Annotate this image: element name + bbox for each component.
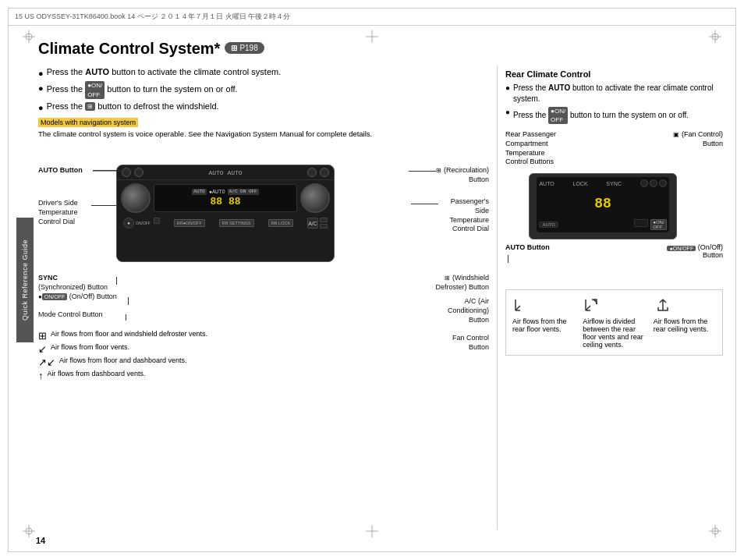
rear-label-passenger: Rear PassengerCompartmentTemperatureCont…	[505, 130, 556, 167]
diagram-area: AUTO AUTO AUTO	[38, 143, 489, 385]
rear-bullet-1: ● Press the AUTO button to activate the …	[505, 83, 723, 105]
rear-bullet-list: ● Press the AUTO button to activate the …	[505, 83, 723, 124]
bullet-item-2: ● Press the ●ON/OFF button to turn the s…	[38, 81, 489, 98]
label-recirculation: ⊞ (Recirculation)Button	[436, 166, 489, 184]
rear-mode-2: Airflow is divided between the rear floo…	[583, 296, 645, 349]
sidebar-tab: Quick Reference Guide	[16, 218, 34, 342]
left-dial	[121, 183, 151, 213]
label-drivers-side: Driver's SideTemperatureControl Dial	[38, 199, 78, 226]
label-ac: A/C (AirConditioning)Button	[448, 297, 489, 324]
right-panel: Rear Climate Control ● Press the AUTO bu…	[497, 66, 723, 530]
bullet-list: ● Press the AUTO button to activate the …	[38, 66, 489, 114]
bullet-item-3: ● Press the ⊞ button to defrost the wind…	[38, 101, 489, 114]
rear-mode-icons: Air flows from the rear floor vents. Air…	[505, 289, 723, 356]
rear-bullet-2: ● Press the ●ON/OFF button to turn the s…	[505, 107, 723, 124]
rear-section-title: Rear Climate Control	[505, 69, 723, 79]
label-mode: Mode Control Button	[38, 310, 103, 320]
page-number: 14	[36, 536, 45, 545]
rear-mode-1: Air flows from the rear floor vents.	[512, 296, 575, 349]
rear-label-onoff: ●ON/OFF (On/Off)Button	[667, 243, 723, 259]
label-sync: SYNC(Synchronized) Button	[38, 274, 108, 292]
nav-note-text: The climate control system is voice oper…	[38, 129, 489, 138]
file-info-text: 15 US ODYSSEY-31TK86400.book 14 ページ ２０１４…	[15, 12, 290, 22]
right-dial	[300, 183, 330, 213]
rr-lock-btn[interactable]: RR LOCK	[268, 219, 293, 227]
right-temp: 88	[229, 196, 241, 207]
corner-mark-bl	[23, 525, 35, 537]
sidebar-tab-label: Quick Reference Guide	[21, 239, 29, 321]
rr-onoff-btn[interactable]: RR●ON/OFF	[174, 219, 205, 227]
rear-label-fan: ▣ (Fan Control)Button	[673, 130, 723, 148]
page-container: 15 US ODYSSEY-31TK86400.book 14 ページ ２０１４…	[8, 8, 736, 552]
title-ref: P198	[239, 44, 257, 52]
page-title: Climate Control System*	[38, 40, 220, 58]
mode-icons-area: ⊞ Air flows from floor and windshield de…	[38, 330, 489, 381]
control-panel-image: AUTO AUTO AUTO	[116, 165, 335, 262]
nav-note-label: Models with navigation system	[38, 118, 138, 127]
rr-settings-btn[interactable]: RR SETTINGS	[219, 219, 254, 227]
label-onoff: ●ON/OFF (On/Off) Button	[38, 292, 117, 302]
bullet-item-1: ● Press the AUTO button to activate the …	[38, 66, 489, 80]
label-auto-button: AUTO Button	[38, 166, 83, 175]
corner-mark-tl	[23, 30, 35, 43]
label-windshield: ⊞ (WindshieldDefroster) Button	[435, 274, 489, 292]
center-display: AUTO ●AUTO A/C ON OFF 88 88	[154, 184, 297, 212]
rear-control-panel: AUTO LOCK SYNC 88	[529, 173, 677, 239]
rear-mode-3: Air flows from the rear ceiling vents.	[654, 296, 716, 349]
file-info-bar: 15 US ODYSSEY-31TK86400.book 14 ページ ２０１４…	[9, 9, 735, 26]
rear-label-auto: AUTO Button	[505, 243, 550, 251]
left-temp: 88	[210, 196, 222, 207]
rear-diagram-area: Rear PassengerCompartmentTemperatureCont…	[505, 130, 723, 286]
label-passenger: Passenger'sSideTemperatureControl Dial	[449, 197, 489, 234]
